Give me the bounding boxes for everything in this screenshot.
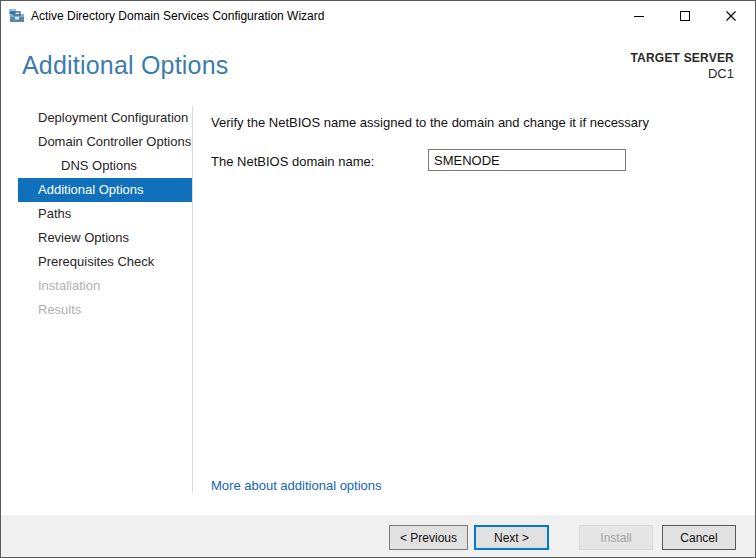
target-server-name: DC1 <box>630 66 734 81</box>
close-icon[interactable] <box>708 1 754 31</box>
wizard-steps-sidebar: Deployment Configuration Domain Controll… <box>1 106 193 493</box>
sidebar-item-prerequisites-check[interactable]: Prerequisites Check <box>18 250 192 274</box>
wizard-window: Active Directory Domain Services Configu… <box>0 0 756 558</box>
sidebar-item-domain-controller-options[interactable]: Domain Controller Options <box>18 130 192 154</box>
previous-button[interactable]: < Previous <box>389 525 468 550</box>
install-button: Install <box>579 525 653 550</box>
sidebar-item-dns-options[interactable]: DNS Options <box>18 154 192 178</box>
footer-bar: < Previous Next > Install Cancel <box>1 515 755 558</box>
sidebar-item-additional-options[interactable]: Additional Options <box>18 178 192 202</box>
minimize-icon[interactable] <box>616 1 662 31</box>
window-title: Active Directory Domain Services Configu… <box>31 1 324 31</box>
sidebar-item-deployment-configuration[interactable]: Deployment Configuration <box>18 106 192 130</box>
target-server-block: TARGET SERVER DC1 <box>630 51 734 81</box>
sidebar-item-results: Results <box>18 298 192 322</box>
netbios-domain-input[interactable] <box>428 149 626 171</box>
cancel-button[interactable]: Cancel <box>662 525 736 550</box>
page-title: Additional Options <box>22 51 229 80</box>
titlebar: Active Directory Domain Services Configu… <box>1 1 755 31</box>
next-button[interactable]: Next > <box>474 525 549 550</box>
netbios-description: Verify the NetBIOS name assigned to the … <box>211 115 649 130</box>
window-controls <box>616 1 754 31</box>
netbios-field-label: The NetBIOS domain name: <box>211 154 374 169</box>
target-server-label: TARGET SERVER <box>630 51 734 65</box>
sidebar-item-paths[interactable]: Paths <box>18 202 192 226</box>
maximize-icon[interactable] <box>662 1 708 31</box>
app-icon <box>9 8 25 24</box>
sidebar-item-installation: Installation <box>18 274 192 298</box>
sidebar-item-review-options[interactable]: Review Options <box>18 226 192 250</box>
more-about-additional-options-link[interactable]: More about additional options <box>211 478 382 493</box>
